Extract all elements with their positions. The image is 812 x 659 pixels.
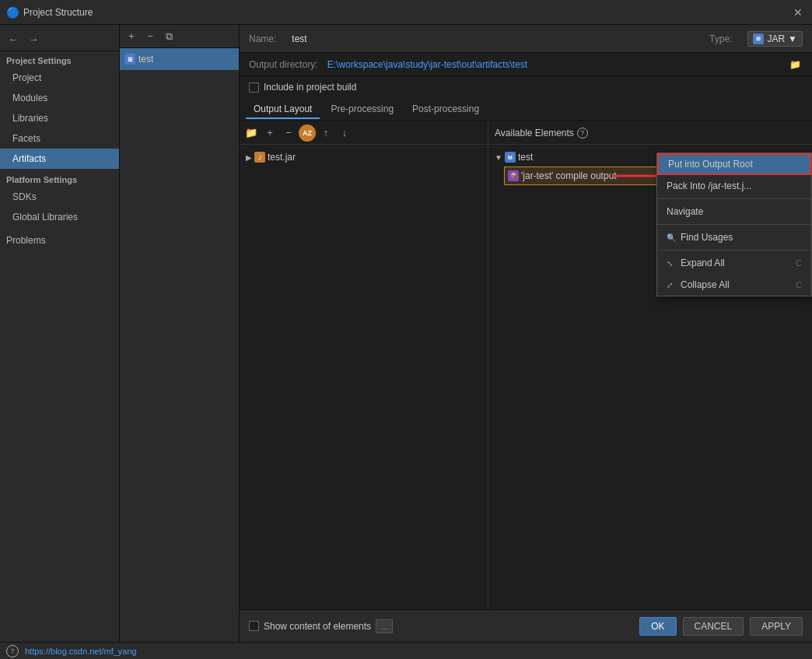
tree-expand-arrow: ▶ [246,153,252,162]
folder-icon-button[interactable]: 📁 [787,57,803,72]
type-icon: ⊞ [753,33,764,44]
content-panel: Name: test Type: ⊞ JAR ▼ Output director… [240,25,812,642]
collapse-all-label: Collapse All [681,279,730,290]
remove-artifact-button[interactable]: − [142,28,159,45]
status-bar: ? https://blog.csdn.net/mf_yang [0,642,812,659]
tree-toolbar: 📁 + − AZ ↑ ↓ [240,121,488,145]
type-label: Type: [709,33,732,44]
bottom-buttons: OK CANCEL APPLY [639,617,803,636]
project-settings-title: Project Settings [0,51,119,68]
forward-button[interactable]: → [25,31,42,48]
expand-all-shortcut: C [796,258,802,268]
tab-preprocessing[interactable]: Pre-processing [323,100,401,119]
tree-folder-btn[interactable]: 📁 [243,124,260,142]
sidebar-item-facets[interactable]: Facets [0,128,119,149]
collapse-all-shortcut: C [796,280,802,289]
context-menu-find-usages[interactable]: 🔍 Find Usages [657,226,811,248]
bottom-bar: Show content of elements ... OK CANCEL A… [240,609,812,642]
tree-remove-btn[interactable]: − [280,124,297,142]
artifact-item-test[interactable]: ⊞ test [120,48,239,70]
avail-expand-arrow: ▼ [495,153,502,162]
show-content-label: Show content of elements [264,621,371,632]
find-usages-label: Find Usages [681,232,733,243]
tree-item-testjar[interactable]: ▶ J test.jar [243,148,485,167]
type-dropdown-icon: ▼ [788,33,797,44]
output-layout-area: 📁 + − AZ ↑ ↓ ▶ J test.jar [240,121,812,609]
tree-up-btn[interactable]: ↑ [317,124,334,142]
artifact-icon: ⊞ [124,54,135,65]
navigate-label: Navigate [667,206,703,217]
type-select[interactable]: ⊞ JAR ▼ [747,31,803,47]
compile-output-icon: 📦 [508,170,519,181]
name-label: Name: [249,33,276,44]
tree-az-btn[interactable]: AZ [299,124,316,142]
available-help-icon[interactable]: ? [577,128,588,138]
apply-button[interactable]: APPLY [750,617,803,636]
name-value: test [292,33,306,44]
artifact-list-toolbar: + − ⧉ [120,25,239,48]
ok-button[interactable]: OK [639,617,676,636]
context-menu-divider-3 [657,250,811,251]
find-usages-icon: 🔍 [667,233,676,242]
cancel-button[interactable]: CANCEL [683,617,744,636]
include-project-build-label: Include in project build [264,82,356,93]
ellipsis-button[interactable]: ... [376,619,393,633]
tabs-row: Output Layout Pre-processing Post-proces… [240,98,812,121]
platform-settings-title: Platform Settings [0,169,119,187]
context-menu-pack-into[interactable]: Pack Into /jar-test.j... [657,175,811,197]
sidebar: ← → Project Settings Project Modules Lib… [0,25,120,642]
tab-output-layout[interactable]: Output Layout [246,100,320,119]
copy-artifact-button[interactable]: ⧉ [160,28,177,45]
jar-icon: J [254,152,265,163]
include-row: Include in project build [240,76,812,98]
show-content-checkbox[interactable] [249,621,259,631]
sidebar-item-problems[interactable]: Problems [0,230,119,251]
sidebar-item-libraries[interactable]: Libraries [0,108,119,128]
title-bar: 🔵 Project Structure ✕ [0,0,812,25]
context-menu-divider-1 [657,198,811,199]
back-button[interactable]: ← [5,31,22,48]
tree-content: ▶ J test.jar [240,145,488,609]
expand-all-label: Expand All [681,258,725,268]
include-project-build-checkbox[interactable] [249,82,259,93]
context-menu-navigate[interactable]: Navigate [657,201,811,223]
type-value: JAR [767,33,785,44]
app-icon: 🔵 [6,6,19,19]
tab-postprocessing[interactable]: Post-processing [404,100,487,119]
pack-into-label: Pack Into /jar-test.j... [667,181,751,191]
context-menu-put-output[interactable]: Put into Output Root [657,153,811,175]
tree-down-btn[interactable]: ↓ [336,124,353,142]
available-panel: Available Elements ? ▼ M test 📦 'jar-te [488,121,812,609]
module-icon: M [505,152,516,163]
output-dir-label: Output directory: [249,59,318,70]
collapse-all-icon: ⤢ [667,281,673,289]
sidebar-item-project[interactable]: Project [0,68,119,88]
tree-add-btn[interactable]: + [261,124,278,142]
tree-panel: 📁 + − AZ ↑ ↓ ▶ J test.jar [240,121,488,609]
available-title: Available Elements [495,128,574,138]
sidebar-item-artifacts[interactable]: Artifacts [0,149,119,169]
sidebar-item-sdks[interactable]: SDKs [0,187,119,207]
output-dir-row: Output directory: E:\workspace\java\stud… [240,53,812,76]
put-output-label: Put into Output Root [668,159,753,170]
avail-item-module-label: test [518,152,533,163]
context-menu-expand-all[interactable]: ⤡ Expand All C [657,252,811,274]
context-menu-divider-2 [657,224,811,225]
tree-item-label: test.jar [268,152,296,163]
close-button[interactable]: ✕ [790,5,806,20]
name-type-row: Name: test Type: ⊞ JAR ▼ [240,25,812,53]
expand-all-icon: ⤡ [667,259,673,268]
sidebar-item-modules[interactable]: Modules [0,88,119,108]
status-help-icon[interactable]: ? [6,645,19,657]
sidebar-item-global-libraries[interactable]: Global Libraries [0,207,119,227]
title-text: Project Structure [23,7,790,18]
add-artifact-button[interactable]: + [123,28,140,45]
avail-item-compile-label: 'jar-test' compile output [521,170,617,181]
artifact-list-panel: + − ⧉ ⊞ test [120,25,240,642]
status-url: https://blog.csdn.net/mf_yang [25,647,137,656]
output-dir-value: E:\workspace\java\study\jar-test\out\art… [327,59,781,70]
available-header: Available Elements ? [488,121,812,145]
context-menu-collapse-all[interactable]: ⤢ Collapse All C [657,274,811,296]
context-menu: Put into Output Root Pack Into /jar-test… [656,152,812,296]
show-content-row: Show content of elements ... [249,619,393,633]
